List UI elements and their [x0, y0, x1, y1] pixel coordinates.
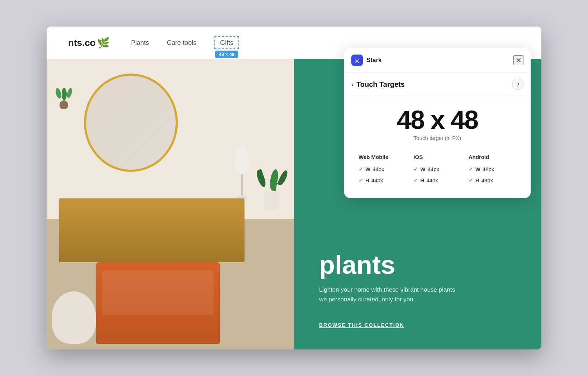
ios-height-value: 44px: [426, 177, 438, 183]
touch-target-size: 48 x 48: [359, 107, 516, 133]
size-badge: 48 × 48: [215, 51, 238, 58]
browser-window: nts.co 🌿 Plants Care tools Gifts 48 × 48: [47, 27, 541, 349]
nav-link-gifts[interactable]: Gifts: [214, 36, 239, 49]
web-width-row: ✓ W 44px: [359, 166, 406, 173]
corner-plant: [259, 169, 284, 210]
platform-ios: iOS ✓ W 44px ✓ H 44px: [413, 154, 461, 184]
nav-link-gifts-wrapper: Gifts 48 × 48: [214, 39, 239, 47]
room-scene: [47, 59, 294, 349]
stark-panel-header: ◎ Stark ✕: [344, 48, 531, 73]
hanging-plant: [52, 88, 76, 109]
mirror: [84, 74, 178, 172]
lamp: [234, 145, 249, 198]
nav-link-plants[interactable]: Plants: [131, 36, 149, 50]
hero-subtitle: Lighten your home with these vibrant hou…: [319, 285, 455, 304]
nav-links: Plants Care tools Gifts 48 × 48: [131, 36, 239, 50]
android-height-check: ✓: [469, 177, 473, 184]
logo-text: nts.co: [68, 37, 96, 48]
ios-width-value: 44px: [428, 166, 440, 172]
android-width-value: 48px: [483, 166, 494, 172]
platform-name-android: Android: [469, 154, 516, 160]
platform-android: Android ✓ W 48px ✓ H 48px: [469, 154, 516, 184]
logo-leaf-icon: 🌿: [97, 37, 110, 49]
sofa-cushion: [102, 271, 214, 315]
hero-title: plants: [319, 252, 516, 278]
platform-name-web: Web Mobile: [359, 154, 406, 160]
ios-height-check: ✓: [413, 177, 418, 184]
touch-target-display: 48 x 48 Touch target (in PX): [359, 107, 516, 141]
web-height-value: 44px: [371, 177, 383, 183]
web-height-row: ✓ H 44px: [359, 177, 406, 184]
stark-logo-icon: ◎: [351, 55, 363, 66]
ios-width-check: ✓: [413, 166, 418, 173]
nav-link-care-tools[interactable]: Care tools: [167, 36, 196, 50]
stark-body: 48 x 48 Touch target (in PX) Web Mobile …: [344, 96, 531, 198]
ios-width-row: ✓ W 44px: [413, 166, 461, 173]
sideboard: [59, 198, 245, 262]
stark-section-title: Touch Targets: [356, 80, 405, 89]
stark-panel: ◎ Stark ✕ ‹ Touch Targets ? 48 x 48 Touc…: [344, 48, 531, 198]
platform-grid: Web Mobile ✓ W 44px ✓ H 44px iOS: [359, 154, 516, 184]
android-height-row: ✓ H 48px: [469, 177, 516, 184]
pouf: [52, 291, 96, 344]
hero-cta-link[interactable]: BROWSE THIS COLLECTION: [319, 322, 516, 328]
stark-logo-area: ◎ Stark: [351, 55, 382, 66]
stark-subheader: ‹ Touch Targets ?: [344, 73, 531, 96]
sofa: [96, 262, 220, 344]
web-width-check: ✓: [359, 166, 363, 173]
web-height-check: ✓: [359, 177, 363, 184]
ios-height-row: ✓ H 44px: [413, 177, 461, 184]
stark-app-name: Stark: [366, 57, 382, 64]
logo: nts.co 🌿: [68, 37, 110, 49]
stark-help-button[interactable]: ?: [512, 79, 523, 90]
stark-back-area: ‹ Touch Targets: [351, 80, 405, 89]
platform-web-mobile: Web Mobile ✓ W 44px ✓ H 44px: [359, 154, 406, 184]
touch-target-label: Touch target (in PX): [359, 135, 516, 141]
hero-image: [47, 59, 294, 349]
android-width-check: ✓: [469, 166, 473, 173]
android-width-row: ✓ W 48px: [469, 166, 516, 173]
platform-name-ios: iOS: [413, 154, 461, 160]
android-height-value: 48px: [482, 177, 493, 183]
web-width-value: 44px: [373, 166, 384, 172]
stark-close-button[interactable]: ✕: [513, 55, 523, 65]
stark-back-button[interactable]: ‹: [351, 81, 354, 88]
